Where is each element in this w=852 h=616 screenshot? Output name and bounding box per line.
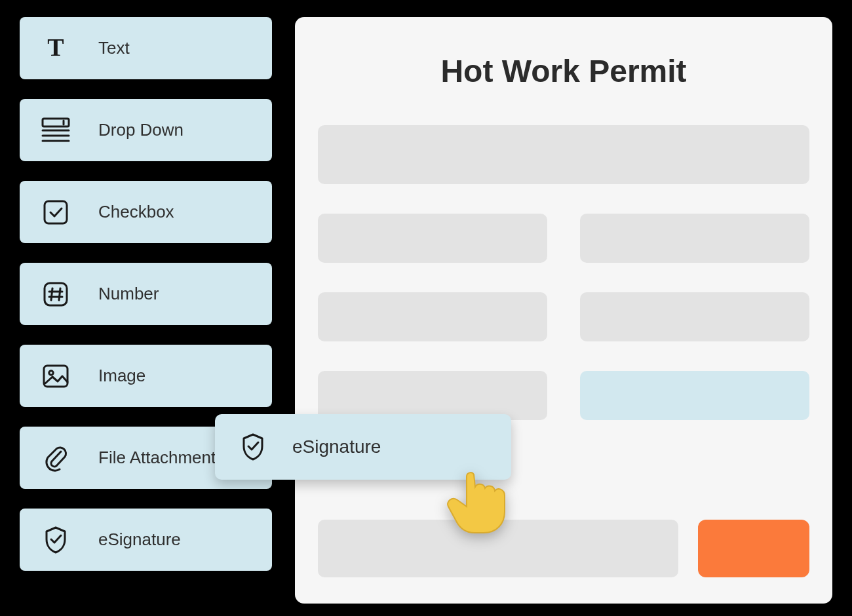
field-type-label: Text	[98, 38, 130, 58]
form-field-placeholder[interactable]	[580, 292, 809, 341]
svg-point-13	[49, 370, 53, 374]
shield-check-icon	[39, 526, 72, 554]
image-icon	[39, 364, 72, 389]
svg-line-9	[59, 288, 60, 300]
field-type-label: Image	[98, 366, 145, 386]
svg-rect-1	[43, 119, 69, 126]
svg-rect-7	[45, 283, 67, 305]
checkbox-icon	[39, 199, 72, 225]
form-field-placeholder[interactable]	[318, 371, 547, 420]
form-title: Hot Work Permit	[318, 53, 809, 89]
svg-rect-12	[44, 366, 68, 387]
form-field-placeholder[interactable]	[318, 292, 547, 341]
form-field-drop-target[interactable]	[580, 371, 809, 420]
form-field-placeholder[interactable]	[580, 214, 809, 263]
field-type-image[interactable]: Image	[20, 345, 272, 407]
dragging-field-label: eSignature	[292, 436, 381, 457]
field-type-checkbox[interactable]: Checkbox	[20, 181, 272, 243]
field-type-label: Checkbox	[98, 202, 174, 222]
form-field-placeholder[interactable]	[318, 125, 809, 184]
svg-line-8	[51, 288, 52, 300]
field-type-dropdown[interactable]: Drop Down	[20, 99, 272, 161]
shield-check-icon	[237, 433, 269, 461]
text-icon: T	[39, 35, 72, 62]
svg-text:T: T	[47, 35, 64, 61]
attachment-icon	[39, 444, 72, 472]
submit-button[interactable]	[698, 520, 809, 577]
field-type-esignature[interactable]: eSignature	[20, 509, 272, 571]
field-type-label: Drop Down	[98, 120, 184, 140]
field-type-label: File Attachment	[98, 448, 216, 468]
dropdown-icon	[39, 117, 72, 144]
field-type-label: eSignature	[98, 529, 181, 550]
form-field-placeholder[interactable]	[318, 214, 547, 263]
field-type-palette: T Text Drop Down	[20, 17, 272, 571]
form-canvas[interactable]: Hot Work Permit	[295, 17, 832, 604]
number-icon	[39, 281, 72, 307]
pointer-cursor-icon	[438, 455, 523, 541]
field-type-label: Number	[98, 284, 159, 304]
field-type-number[interactable]: Number	[20, 263, 272, 325]
field-type-text[interactable]: T Text	[20, 17, 272, 79]
svg-rect-6	[45, 201, 67, 223]
